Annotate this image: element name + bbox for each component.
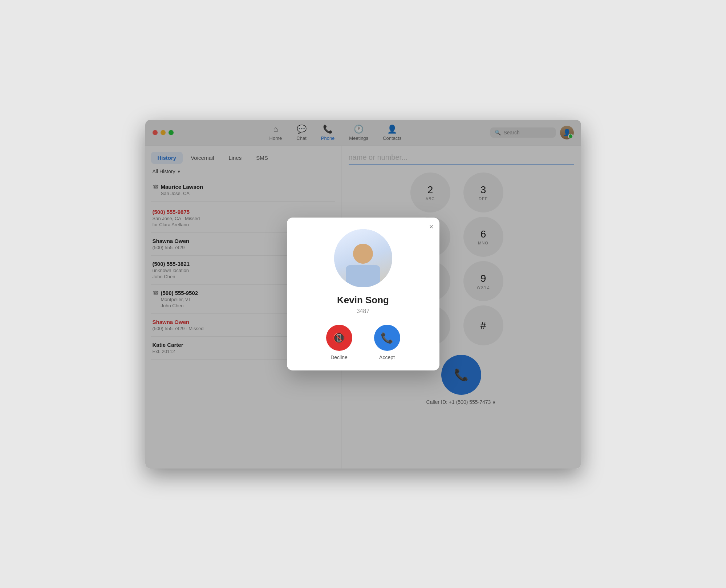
caller-ext: 3487 [357,308,370,315]
app-window: ⌂ Home 💬 Chat 📞 Phone 🕐 Meetings 👤 Conta… [145,120,581,469]
call-buttons-row: 📵 Decline 📞 Accept [326,325,400,360]
accept-label: Accept [379,354,395,360]
caller-photo-inner [334,229,392,287]
decline-button[interactable]: 📵 [326,325,352,351]
caller-silhouette [345,244,381,287]
person-shirt [346,265,380,287]
accept-group: 📞 Accept [374,325,400,360]
caller-name: Kevin Song [337,295,389,306]
caller-photo [334,229,392,287]
accept-button[interactable]: 📞 [374,325,400,351]
decline-label: Decline [330,354,348,360]
close-icon[interactable]: × [429,223,434,231]
decline-group: 📵 Decline [326,325,352,360]
person-head [353,244,373,264]
incoming-call-overlay: × Kevin Song 3487 📵 Decline 📞 Ac [145,120,581,469]
incoming-call-modal: × Kevin Song 3487 📵 Decline 📞 Ac [287,218,439,370]
